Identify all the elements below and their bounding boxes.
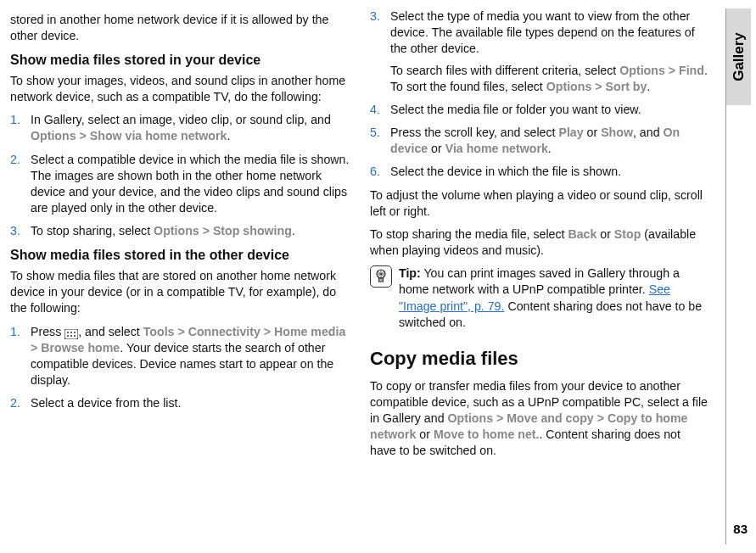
list-item: 3. To stop sharing, select Options > Sto…	[10, 223, 350, 239]
paragraph: To show your images, videos, and sound c…	[10, 73, 350, 105]
text: .	[548, 142, 552, 155]
text: .	[647, 80, 650, 93]
text: Select the media file or folder you want…	[390, 103, 641, 116]
svg-point-3	[74, 332, 76, 333]
text: , and select	[78, 325, 143, 338]
menu-separator: >	[76, 129, 90, 142]
tip-block: Tip: You can print images saved in Galle…	[370, 265, 709, 331]
step-number: 5.	[370, 125, 380, 141]
paragraph: To show media files that are stored on a…	[10, 268, 350, 317]
text: .	[292, 224, 295, 237]
list-item: 2. Select a compatible device in which t…	[10, 152, 350, 217]
heading-show-in-your-device: Show media files stored in your device	[10, 51, 350, 70]
menu-home-media: Home media	[274, 325, 345, 338]
menu-via-home-network: Via home network	[445, 142, 548, 155]
menu-separator: >	[260, 325, 274, 338]
svg-point-5	[70, 335, 72, 337]
menu-options: Options	[154, 224, 199, 237]
page-number: 83	[733, 522, 748, 536]
text: You can print images saved in Gallery th…	[399, 266, 680, 296]
text: .	[227, 129, 230, 142]
text: Select a compatible device in which the …	[31, 153, 349, 215]
text: Select a device from the list.	[31, 396, 181, 410]
side-tab-active: Gallery	[726, 8, 751, 105]
menu-show: Show	[601, 126, 633, 139]
steps-list-b: 1. Press , and select Tools > Connectivi…	[10, 324, 350, 412]
list-item: 5. Press the scroll key, and select Play…	[370, 125, 709, 157]
list-item: 2. Select a device from the list.	[10, 395, 350, 411]
steps-list-a: 1. In Gallery, select an image, video cl…	[10, 112, 350, 239]
menu-play: Play	[558, 126, 583, 139]
paragraph-copy: To copy or transfer media files from you…	[370, 378, 709, 460]
menu-separator: >	[493, 411, 507, 425]
text: Press the scroll key, and select	[390, 126, 558, 139]
list-item: 4. Select the media file or folder you w…	[370, 102, 709, 118]
menu-options: Options	[619, 64, 665, 77]
menu-options: Options	[31, 129, 76, 142]
intro-continuation: stored in another home network device if…	[10, 12, 350, 44]
menu-move-and-copy: Move and copy	[507, 411, 594, 425]
menu-key-icon	[64, 327, 78, 338]
menu-options: Options	[546, 80, 592, 93]
menu-stop: Stop	[614, 227, 641, 241]
text: To stop sharing, select	[31, 224, 154, 237]
text: In Gallery, select an image, video clip,…	[31, 113, 331, 126]
list-item: 1. In Gallery, select an image, video cl…	[10, 112, 350, 144]
text: To stop sharing the media file, select	[370, 227, 568, 241]
paragraph-stop-sharing: To stop sharing the media file, select B…	[370, 226, 709, 259]
svg-point-4	[67, 335, 69, 337]
steps-list-b-continued: 3. Select the type of media you want to …	[370, 8, 709, 181]
text: or	[596, 227, 614, 241]
menu-back: Back	[568, 227, 596, 241]
text: Select the device in which the file is s…	[390, 165, 621, 178]
step-number: 1.	[10, 112, 20, 128]
step-number: 4.	[370, 102, 380, 118]
text: or	[416, 427, 434, 441]
menu-browse-home: Browse home	[41, 341, 120, 355]
page-content: stored in another home network device if…	[0, 0, 756, 553]
step-number: 3.	[370, 8, 380, 25]
text: , and	[633, 126, 664, 139]
menu-sort-by: Sort by	[606, 80, 647, 93]
menu-separator: >	[199, 224, 213, 237]
text: To search files with different criteria,…	[390, 64, 619, 77]
text: Press	[31, 325, 64, 338]
step-number: 2.	[10, 152, 20, 168]
heading-copy-media-files: Copy media files	[370, 346, 709, 371]
menu-connectivity: Connectivity	[188, 325, 260, 338]
step-number: 3.	[10, 223, 20, 239]
menu-separator: >	[594, 411, 608, 425]
menu-separator: >	[31, 341, 41, 355]
menu-separator: >	[175, 325, 188, 338]
lightbulb-icon	[370, 265, 392, 288]
menu-separator: >	[591, 80, 605, 93]
svg-point-6	[74, 335, 76, 337]
side-tab-label: Gallery	[731, 32, 748, 81]
side-tab: Gallery	[725, 8, 751, 545]
menu-separator: >	[665, 64, 679, 77]
list-item: 1. Press , and select Tools > Connectivi…	[10, 324, 350, 389]
list-item: 6. Select the device in which the file i…	[370, 164, 709, 180]
svg-rect-0	[64, 329, 78, 339]
tip-label: Tip:	[399, 266, 421, 280]
menu-tools: Tools	[143, 325, 175, 338]
menu-show-via-home-network: Show via home network	[90, 129, 227, 142]
menu-move-to-home-net: Move to home net.	[434, 427, 540, 441]
svg-point-2	[70, 332, 72, 333]
text: Select the type of media you want to vie…	[390, 9, 695, 55]
step-number: 1.	[10, 324, 20, 340]
text: or	[428, 142, 445, 155]
svg-point-1	[67, 332, 69, 333]
right-column: 3. Select the type of media you want to …	[370, 8, 709, 545]
text: or	[584, 126, 602, 139]
left-column: stored in another home network device if…	[10, 8, 350, 545]
heading-show-in-other-device: Show media files stored in the other dev…	[10, 246, 350, 265]
menu-find: Find	[679, 64, 704, 77]
step-number: 2.	[10, 395, 20, 411]
step-number: 6.	[370, 164, 380, 180]
paragraph-adjust-volume: To adjust the volume when playing a vide…	[370, 187, 709, 220]
paragraph: To search files with different criteria,…	[390, 63, 709, 95]
menu-options: Options	[447, 411, 493, 425]
tip-text: Tip: You can print images saved in Galle…	[399, 265, 709, 331]
menu-stop-showing: Stop showing	[213, 224, 292, 237]
